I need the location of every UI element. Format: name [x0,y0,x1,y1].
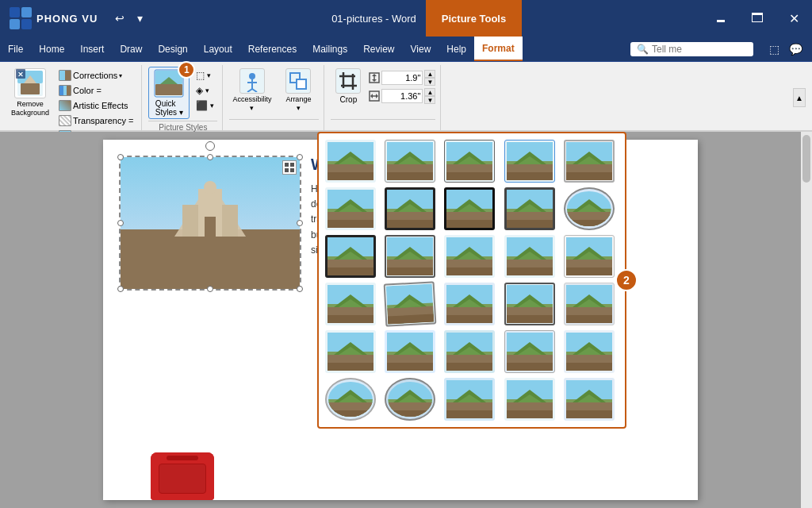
menu-layout[interactable]: Layout [196,37,240,61]
resize-handle-tm[interactable] [207,154,213,160]
scroll-thumb[interactable] [802,135,810,183]
quick-access-dropdown[interactable]: ▾ [132,10,147,26]
svg-rect-157 [566,315,612,323]
style-item-s12[interactable] [385,235,435,278]
style-item-s4[interactable] [504,140,555,183]
quick-styles-btn[interactable]: 1 QuickStyles ▾ [148,67,190,119]
style-item-s2[interactable] [385,140,435,183]
color-btn[interactable]: Color = [56,83,136,98]
style-item-s28[interactable] [444,378,495,421]
close-btn[interactable]: ✕ [776,0,812,37]
title-bar: PHONG VU ↩ ▾ 01-pictures - Word Picture … [0,0,812,37]
svg-rect-37 [290,168,294,172]
transparency-btn[interactable]: Transparency = [56,114,136,128]
style-grid [325,140,619,421]
style-item-s20[interactable] [564,283,615,325]
undo-btn[interactable]: ↩ [110,10,129,26]
style-item-s30[interactable] [564,378,615,421]
style-preview-s13 [446,237,492,275]
menu-design[interactable]: Design [150,37,195,61]
svg-rect-67 [566,172,612,180]
minimize-btn[interactable]: 🗕 [703,0,739,37]
style-item-s11[interactable] [325,235,376,278]
svg-marker-27 [370,94,373,98]
style-item-s25[interactable] [564,330,615,373]
menu-format[interactable]: Format [474,37,523,61]
width-input[interactable] [381,89,423,103]
accessibility-btn[interactable]: Accessibility▾ [229,67,274,114]
resize-handle-br[interactable] [297,286,303,292]
style-preview-s10 [566,190,612,228]
selected-image[interactable] [119,156,301,291]
menu-insert[interactable]: Insert [72,37,112,61]
width-spinner: ▲ ▼ [424,88,435,104]
style-item-s26[interactable] [325,378,376,421]
resize-handle-bl[interactable] [117,286,124,292]
style-item-s22[interactable] [385,330,435,373]
svg-rect-169 [387,363,433,371]
style-item-s5[interactable] [564,140,615,183]
svg-rect-145 [446,315,492,323]
style-item-s14[interactable] [504,235,555,278]
height-input[interactable] [381,71,423,85]
style-preview-s8 [446,190,492,228]
style-preview-s6 [327,190,373,228]
svg-rect-35 [290,163,294,167]
menu-file[interactable]: File [0,37,31,61]
svg-rect-55 [446,172,492,180]
share-btn[interactable]: ⬚ [766,41,783,57]
resize-handle-mr[interactable] [297,220,303,226]
width-down-btn[interactable]: ▼ [424,96,435,104]
resize-handle-ml[interactable] [117,220,124,226]
menu-draw[interactable]: Draw [112,37,150,61]
picture-effects-btn[interactable]: ◈▾ [193,83,217,98]
maximize-btn[interactable]: 🗖 [739,0,776,37]
resize-handle-tl[interactable] [117,154,124,160]
menu-mailings[interactable]: Mailings [304,37,355,61]
arrange-btn[interactable]: Arrange▾ [278,67,319,114]
style-item-s10[interactable] [564,187,615,230]
menu-help[interactable]: Help [439,37,474,61]
height-down-btn[interactable]: ▼ [424,78,435,86]
picture-border-btn[interactable]: ⬚▾ [193,68,217,83]
style-item-s18[interactable] [444,283,495,325]
style-item-s6[interactable] [325,187,376,230]
style-item-s29[interactable] [504,378,555,421]
menu-home[interactable]: Home [31,37,72,61]
style-item-s21[interactable] [325,330,376,373]
remove-background-btn[interactable]: ✕ RemoveBackground [8,67,52,119]
style-item-s23[interactable] [444,330,495,373]
vertical-scrollbar[interactable] [801,132,812,508]
menu-review[interactable]: Review [355,37,402,61]
ribbon-scroll-up[interactable]: ▲ [793,88,806,107]
svg-line-14 [252,89,257,92]
menu-view[interactable]: View [403,37,439,61]
style-item-s27[interactable] [385,378,435,421]
comments-btn[interactable]: 💬 [786,41,806,57]
style-item-s24[interactable] [504,330,555,373]
style-item-s8[interactable] [444,187,495,230]
layout-options-btn[interactable] [282,160,297,175]
style-item-s13[interactable] [444,235,495,278]
style-item-s17[interactable] [384,281,437,326]
resize-handle-bm[interactable] [207,286,213,292]
style-item-s9[interactable] [504,187,555,230]
artistic-effects-btn[interactable]: Artistic Effects [56,98,136,113]
resize-handle-tr[interactable] [297,154,303,160]
rotate-handle[interactable] [205,141,215,151]
style-item-s3[interactable] [444,140,495,183]
picture-layout-btn[interactable]: ⬛▾ [193,98,217,113]
style-item-s1[interactable] [325,140,376,183]
style-item-s7[interactable] [385,187,435,230]
style-item-s19[interactable] [504,283,555,325]
style-item-s15[interactable] [564,235,615,278]
svg-rect-43 [327,172,373,180]
crop-btn[interactable]: Crop [331,67,366,106]
height-up-btn[interactable]: ▲ [424,70,435,78]
style-item-s16[interactable] [325,283,376,325]
picture-tools-tab: Picture Tools [426,0,522,37]
search-input[interactable] [652,44,747,55]
menu-references[interactable]: References [240,37,304,61]
corrections-btn[interactable]: Corrections ▾ [56,68,136,83]
width-up-btn[interactable]: ▲ [424,88,435,96]
